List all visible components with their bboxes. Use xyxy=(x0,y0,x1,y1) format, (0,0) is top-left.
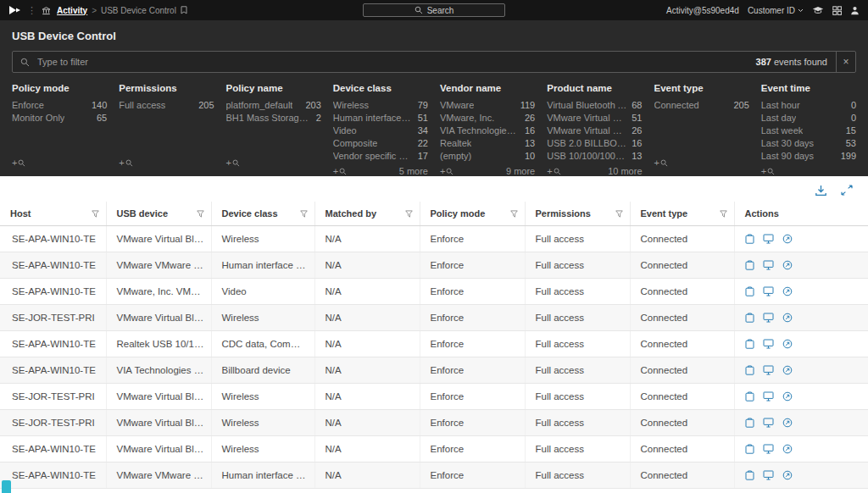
column-filter-icon[interactable] xyxy=(197,210,204,218)
investigate-icon[interactable] xyxy=(782,418,793,428)
facet-item[interactable]: Video 34 xyxy=(333,125,428,137)
table-row[interactable]: SE-APA-WIN10-TE VMware VMware Virtual ..… xyxy=(0,252,868,279)
column-header[interactable]: Host xyxy=(0,202,106,226)
facet-add-search-icon[interactable]: + xyxy=(761,166,775,176)
facet-item[interactable]: Connected 205 xyxy=(654,99,749,112)
app-logo[interactable] xyxy=(8,4,21,16)
table-row[interactable]: SE-APA-WIN10-TE VIA Technologies Inc. US… xyxy=(0,357,868,384)
investigate-icon[interactable] xyxy=(782,260,793,270)
approve-device-icon[interactable] xyxy=(745,365,754,375)
facet-item[interactable]: VIA Technologies Inc. 16 xyxy=(440,125,535,137)
facet-more-link[interactable]: 9 more xyxy=(506,166,535,176)
table-row[interactable]: SE-JOR-TEST-PRI VMware Virtual Bluetoot.… xyxy=(0,384,868,410)
facet-item[interactable]: Last week 15 xyxy=(761,125,856,137)
investigate-icon[interactable] xyxy=(782,470,793,480)
facet-item[interactable]: Wireless 79 xyxy=(333,99,428,112)
facet-item[interactable]: Realtek 13 xyxy=(440,137,535,150)
clear-filter-button[interactable]: × xyxy=(836,52,855,72)
facet-add-search-icon[interactable]: + xyxy=(12,158,25,168)
table-row[interactable]: SE-APA-WIN10-TE Realtek USB 10/100/100..… xyxy=(0,331,868,357)
facet-item[interactable]: Full access 205 xyxy=(119,99,214,112)
customer-id-dropdown[interactable]: Customer ID xyxy=(748,6,804,15)
facet-add-search-icon[interactable]: + xyxy=(333,166,347,176)
bookmark-icon[interactable] xyxy=(181,6,187,14)
column-filter-icon[interactable] xyxy=(720,210,727,218)
user-icon[interactable] xyxy=(850,6,860,15)
table-row[interactable]: SE-APA-WIN10-TE VMware, Inc. VMware Vir.… xyxy=(0,279,868,305)
breadcrumb-activity-link[interactable]: Activity xyxy=(57,6,87,15)
facet-item[interactable]: VMware Virtual USB ... 51 xyxy=(547,112,642,125)
facet-item[interactable]: USB 2.0 BILLBOARD 16 xyxy=(547,137,642,150)
facet-item[interactable]: platform_default 203 xyxy=(226,99,321,112)
facet-item[interactable]: Enforce 140 xyxy=(12,99,107,112)
approve-device-icon[interactable] xyxy=(745,286,754,296)
nav-menu-icon[interactable]: ⋮ xyxy=(27,5,36,16)
facet-item[interactable]: (empty) 10 xyxy=(440,150,535,163)
facet-item[interactable]: Vendor specific class 17 xyxy=(333,150,428,163)
view-device-icon[interactable] xyxy=(763,260,774,270)
view-device-icon[interactable] xyxy=(763,234,774,244)
column-header[interactable]: Actions xyxy=(734,202,868,226)
approve-device-icon[interactable] xyxy=(745,313,754,323)
view-device-icon[interactable] xyxy=(763,339,774,349)
facet-item[interactable]: VMware 119 xyxy=(440,99,535,112)
global-search[interactable]: Search xyxy=(363,3,505,17)
column-header[interactable]: USB device xyxy=(106,202,211,226)
facet-add-search-icon[interactable]: + xyxy=(119,158,132,168)
facet-add-search-icon[interactable]: + xyxy=(654,158,668,168)
facet-item[interactable]: VMware Virtual USB ... 26 xyxy=(547,125,642,137)
table-row[interactable]: SE-APA-WIN10-TE VMware Virtual Bluetoot.… xyxy=(0,436,868,463)
investigate-icon[interactable] xyxy=(782,391,793,402)
investigate-icon[interactable] xyxy=(782,286,793,296)
facet-item[interactable]: Virtual Bluetooth Ad... 68 xyxy=(547,99,642,112)
view-device-icon[interactable] xyxy=(763,470,774,480)
view-device-icon[interactable] xyxy=(763,444,774,454)
column-filter-icon[interactable] xyxy=(405,210,413,218)
approve-device-icon[interactable] xyxy=(745,418,754,428)
view-device-icon[interactable] xyxy=(763,365,774,375)
training-icon[interactable] xyxy=(812,6,824,15)
expand-table-icon[interactable] xyxy=(841,185,853,197)
column-filter-icon[interactable] xyxy=(300,210,308,218)
apps-grid-icon[interactable] xyxy=(832,6,842,15)
approve-device-icon[interactable] xyxy=(745,234,754,244)
facet-item[interactable]: Monitor Only 65 xyxy=(12,112,107,125)
table-row[interactable]: SE-APA-WIN10-TE VMware Virtual Bluetoot.… xyxy=(0,226,868,252)
table-row[interactable]: SE-APA-WIN10-TE VMware VMware Virtual ..… xyxy=(0,463,868,489)
facet-item[interactable]: Last day 0 xyxy=(761,112,856,125)
investigate-icon[interactable] xyxy=(782,339,793,349)
column-filter-icon[interactable] xyxy=(510,210,518,218)
facet-item[interactable]: Last 90 days 199 xyxy=(761,150,856,163)
column-filter-icon[interactable] xyxy=(92,210,99,218)
investigate-icon[interactable] xyxy=(782,313,793,323)
facet-item[interactable]: VMware, Inc. 26 xyxy=(440,112,535,125)
column-header[interactable]: Permissions xyxy=(525,202,630,226)
view-device-icon[interactable] xyxy=(763,391,774,402)
approve-device-icon[interactable] xyxy=(745,470,754,480)
facet-item[interactable]: BH1 Mass Storage No ... 2 xyxy=(226,112,321,125)
facet-item[interactable]: Last hour 0 xyxy=(761,99,856,112)
table-row[interactable]: SE-JOR-TEST-PRI VMware Virtual Bluetoot.… xyxy=(0,410,868,436)
facet-more-link[interactable]: 5 more xyxy=(399,166,428,176)
column-header[interactable]: Matched by xyxy=(314,202,420,226)
investigate-icon[interactable] xyxy=(782,365,793,375)
facet-add-search-icon[interactable]: + xyxy=(440,166,453,176)
chat-widget-tab[interactable] xyxy=(2,480,11,493)
facet-item[interactable]: Composite 22 xyxy=(333,137,428,150)
approve-device-icon[interactable] xyxy=(745,260,754,270)
facet-item[interactable]: Human interface devi... 51 xyxy=(333,112,428,125)
view-device-icon[interactable] xyxy=(763,286,774,296)
export-download-icon[interactable] xyxy=(815,185,827,197)
table-row[interactable]: SE-JOR-TEST-PRI VMware Virtual Bluetoot.… xyxy=(0,305,868,331)
filter-input[interactable] xyxy=(36,56,756,68)
view-device-icon[interactable] xyxy=(763,313,774,323)
facet-more-link[interactable]: 10 more xyxy=(608,166,642,176)
approve-device-icon[interactable] xyxy=(745,339,754,349)
approve-device-icon[interactable] xyxy=(745,444,754,454)
investigate-icon[interactable] xyxy=(782,444,793,454)
view-device-icon[interactable] xyxy=(763,418,774,428)
column-header[interactable]: Event type xyxy=(630,202,734,226)
investigate-icon[interactable] xyxy=(782,234,793,244)
facet-add-search-icon[interactable]: + xyxy=(547,166,560,176)
column-header[interactable]: Policy mode xyxy=(420,202,525,226)
